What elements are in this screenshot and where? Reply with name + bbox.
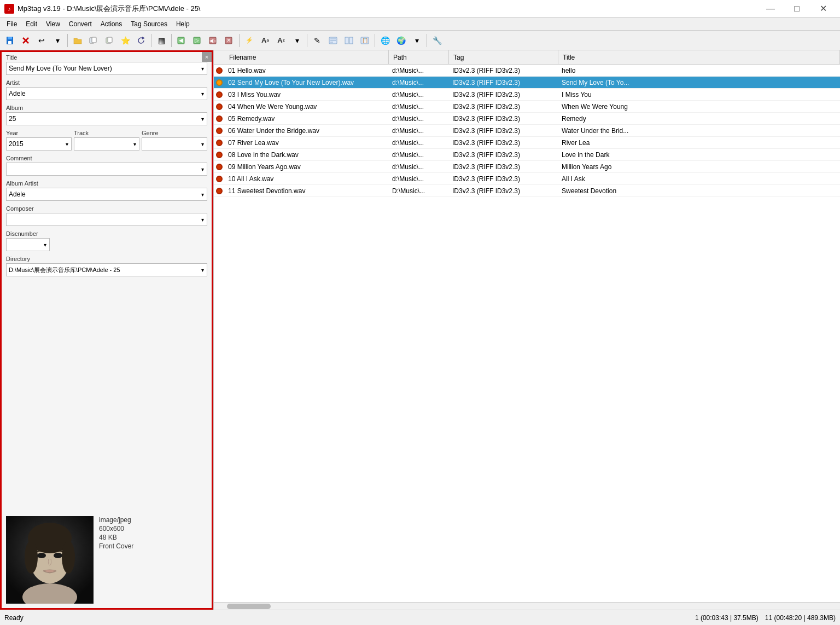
cell-filename: 10 All I Ask.wav (225, 174, 389, 184)
album-artist-input[interactable]: Adele (6, 188, 207, 201)
menu-file[interactable]: File (2, 18, 21, 30)
open-files-button[interactable] (86, 33, 101, 48)
cell-title: Remedy (558, 114, 840, 124)
directory-input[interactable]: D:\Music\展会演示音乐库\PCM\Adele - 25 (6, 263, 207, 276)
auto-numbering-button[interactable]: ⚡ (242, 33, 257, 48)
case-button[interactable]: Az (273, 33, 289, 48)
file-icon (214, 173, 225, 184)
album-art[interactable] (6, 516, 94, 604)
svg-text:✕: ✕ (226, 37, 231, 43)
table-row[interactable]: 06 Water Under the Bridge.wav d:\Music\.… (214, 125, 840, 137)
undo-dropdown[interactable]: ▾ (50, 33, 65, 48)
table-row[interactable]: 11 Sweetest Devotion.wav D:\Music\... ID… (214, 185, 840, 197)
file-icon (214, 101, 225, 112)
extended-tag-button[interactable] (325, 33, 341, 48)
cell-title: When We Were Young (558, 102, 840, 112)
file-icon (214, 89, 225, 100)
table-row[interactable]: 02 Send My Love (To Your New Lover).wav … (214, 77, 840, 89)
status-selected: 1 (00:03:43 | 37.5MB) (695, 614, 759, 622)
svg-rect-3 (8, 37, 12, 39)
tag-cut-button[interactable]: ◀ (174, 33, 189, 48)
settings-button[interactable]: 🔧 (429, 33, 445, 48)
table-row[interactable]: 03 I Miss You.wav d:\Music\... ID3v2.3 (… (214, 89, 840, 101)
col-header-path[interactable]: Path (389, 50, 449, 64)
title-input[interactable]: Send My Love (To Your New Lover) (6, 62, 207, 75)
col-header-tag[interactable]: Tag (449, 50, 558, 64)
open-folder-button[interactable] (70, 33, 85, 48)
window-controls: — □ ✕ (758, 0, 836, 18)
status-total: 11 (00:48:20 | 489.3MB) (765, 614, 836, 622)
menu-help[interactable]: Help (172, 18, 194, 30)
svg-rect-10 (108, 37, 112, 43)
col-header-filename[interactable]: Filename (225, 50, 389, 64)
cell-filename: 02 Send My Love (To Your New Lover).wav (225, 78, 389, 88)
table-row[interactable]: 04 When We Were Young.wav d:\Music\... I… (214, 101, 840, 113)
comment-input[interactable] (6, 163, 207, 176)
export-button[interactable]: 📋 (357, 33, 372, 48)
refresh-button[interactable] (133, 33, 149, 48)
cell-title: River Lea (558, 138, 840, 148)
track-input[interactable] (74, 137, 139, 151)
cell-filename: 04 When We Were Young.wav (225, 102, 389, 112)
panel-close-button[interactable]: × (202, 52, 212, 62)
comment-field-group: Comment (2, 153, 212, 178)
table-row[interactable]: 10 All I Ask.wav d:\Music\... ID3v2.3 (R… (214, 173, 840, 185)
minimize-button[interactable]: — (758, 0, 783, 18)
album-dropdown-wrapper: 25 (6, 112, 207, 125)
table-row[interactable]: 08 Love in the Dark.wav d:\Music\... ID3… (214, 149, 840, 161)
edit-tag-button[interactable]: ✎ (310, 33, 325, 48)
table-row[interactable]: 05 Remedy.wav d:\Music\... ID3v2.3 (RIFF… (214, 113, 840, 125)
genre-input[interactable] (142, 137, 207, 151)
columns-button[interactable] (341, 33, 357, 48)
view-list-button[interactable]: ▦ (154, 33, 169, 48)
save-button[interactable] (2, 33, 18, 48)
favorites-button[interactable]: ⭐ (118, 33, 133, 48)
table-row[interactable]: 01 Hello.wav d:\Music\... ID3v2.3 (RIFF … (214, 65, 840, 77)
directory-label: Directory (6, 256, 207, 262)
col-header-title[interactable]: Title (558, 50, 840, 64)
composer-input[interactable] (6, 213, 207, 226)
tag-paste-button[interactable]: ◀▷ (206, 33, 221, 48)
directory-field-group: Directory D:\Music\展会演示音乐库\PCM\Adele - 2… (2, 253, 212, 279)
open-files2-button[interactable] (102, 33, 117, 48)
year-input[interactable]: 2015 (6, 137, 72, 151)
menu-edit[interactable]: Edit (21, 18, 42, 30)
cell-tag: ID3v2.3 (RIFF ID3v2.3) (449, 66, 558, 76)
cell-tag: ID3v2.3 (RIFF ID3v2.3) (449, 102, 558, 112)
menu-convert[interactable]: Convert (65, 18, 96, 30)
artist-input[interactable]: Adele (6, 87, 207, 100)
art-size: 48 KB (99, 534, 133, 541)
cell-filename: 07 River Lea.wav (225, 138, 389, 148)
svg-rect-4 (8, 41, 11, 44)
format-dropdown[interactable]: ▾ (289, 33, 305, 48)
maximize-button[interactable]: □ (784, 0, 809, 18)
cell-title: Water Under the Brid... (558, 126, 840, 136)
album-input[interactable]: 25 (6, 112, 207, 125)
menu-tag-sources[interactable]: Tag Sources (126, 18, 172, 30)
format-value-button[interactable]: Aa (258, 33, 273, 48)
tag-remove-button[interactable]: ✕ (221, 33, 237, 48)
web-search-button[interactable]: 🌐 (377, 33, 393, 48)
menu-view[interactable]: View (42, 18, 65, 30)
table-row[interactable]: 09 Million Years Ago.wav d:\Music\... ID… (214, 161, 840, 173)
online-dropdown[interactable]: ▾ (409, 33, 424, 48)
file-icon (214, 77, 225, 88)
year-track-genre-row: Year 2015 Track Genre (2, 128, 212, 153)
tag-copy-button[interactable]: ▷ (190, 33, 205, 48)
table-row[interactable]: 07 River Lea.wav d:\Music\... ID3v2.3 (R… (214, 137, 840, 149)
sep6 (375, 34, 375, 47)
close-button[interactable]: ✕ (810, 0, 836, 18)
cell-filename: 01 Hello.wav (225, 66, 389, 76)
album-label: Album (6, 105, 207, 111)
horizontal-scrollbar[interactable] (214, 602, 840, 610)
cell-tag: ID3v2.3 (RIFF ID3v2.3) (449, 150, 558, 160)
right-panel: Filename Path Tag Title 01 Hello.wav d:\… (213, 50, 840, 610)
svg-rect-25 (349, 37, 353, 44)
delete-button[interactable] (18, 33, 33, 48)
menu-actions[interactable]: Actions (96, 18, 126, 30)
scrollbar-thumb[interactable] (227, 604, 271, 609)
undo-button[interactable]: ↩ (34, 33, 49, 48)
art-type: Front Cover (99, 542, 133, 550)
online-button[interactable]: 🌍 (393, 33, 409, 48)
discnumber-input[interactable] (6, 238, 50, 251)
